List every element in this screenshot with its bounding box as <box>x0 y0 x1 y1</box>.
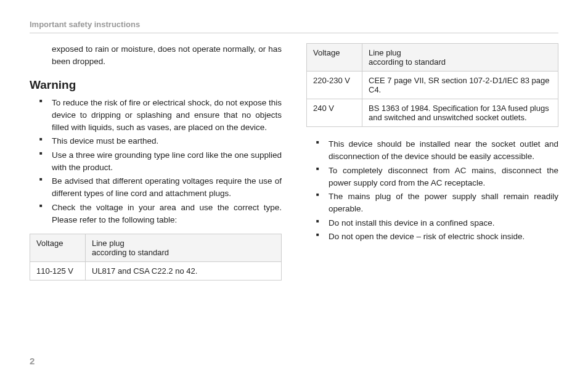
header-rule <box>30 33 558 33</box>
list-item: To reduce the risk of fire or electrical… <box>30 97 282 134</box>
table-header-plug-line2: according to standard <box>369 57 446 67</box>
table-header-plug: Line plug according to standard <box>86 234 282 262</box>
voltage-table-left: Voltage Line plug according to standard … <box>30 234 282 281</box>
list-item: Use a three wire grounding type line cor… <box>30 149 282 174</box>
list-item: To completely disconnect from AC mains, … <box>306 165 558 190</box>
right-bullet-list: This device should be installed near the… <box>306 138 558 243</box>
list-item: Be advised that different operating volt… <box>30 175 282 200</box>
list-item: Check the voltage in your area and use t… <box>30 202 282 227</box>
warning-heading: Warning <box>30 78 282 92</box>
table-cell-plug: CEE 7 page VII, SR section 107-2-D1/IEC … <box>362 72 558 99</box>
table-row: 220-230 V CEE 7 page VII, SR section 107… <box>307 72 558 99</box>
intro-paragraph: exposed to rain or moisture, does not op… <box>52 43 282 68</box>
list-item: Do not open the device – risk of electri… <box>306 231 558 243</box>
table-cell-plug: UL817 and CSA C22.2 no 42. <box>86 262 282 281</box>
two-column-layout: exposed to rain or moisture, does not op… <box>30 43 558 287</box>
table-header-plug-line2: according to standard <box>92 248 169 257</box>
header-title: Important safety instructions <box>30 20 558 29</box>
table-header-plug-line1: Line plug <box>92 239 125 248</box>
warning-bullet-list: To reduce the risk of fire or electrical… <box>30 97 282 227</box>
table-header-voltage: Voltage <box>30 234 86 262</box>
list-item: This device must be earthed. <box>30 135 282 147</box>
list-item: This device should be installed near the… <box>306 138 558 163</box>
table-header-row: Voltage Line plug according to standard <box>307 44 558 72</box>
list-item: Do not install this device in a confined… <box>306 217 558 229</box>
table-cell-voltage: 110-125 V <box>30 262 86 281</box>
table-header-plug-line1: Line plug <box>369 48 401 57</box>
page-number: 2 <box>30 356 35 366</box>
left-column: exposed to rain or moisture, does not op… <box>30 43 282 287</box>
table-cell-voltage: 240 V <box>307 99 362 127</box>
right-column: Voltage Line plug according to standard … <box>306 43 558 287</box>
table-cell-plug: BS 1363 of 1984. Specification for 13A f… <box>362 99 558 127</box>
voltage-table-right: Voltage Line plug according to standard … <box>306 43 558 127</box>
table-header-plug: Line plug according to standard <box>362 44 558 72</box>
table-row: 240 V BS 1363 of 1984. Specification for… <box>307 99 558 127</box>
table-row: 110-125 V UL817 and CSA C22.2 no 42. <box>30 262 282 281</box>
table-header-row: Voltage Line plug according to standard <box>30 234 282 262</box>
table-cell-voltage: 220-230 V <box>307 72 362 99</box>
document-page: Important safety instructions exposed to… <box>0 0 588 381</box>
list-item: The mains plug of the power supply shall… <box>306 190 558 216</box>
table-header-voltage: Voltage <box>307 44 362 72</box>
